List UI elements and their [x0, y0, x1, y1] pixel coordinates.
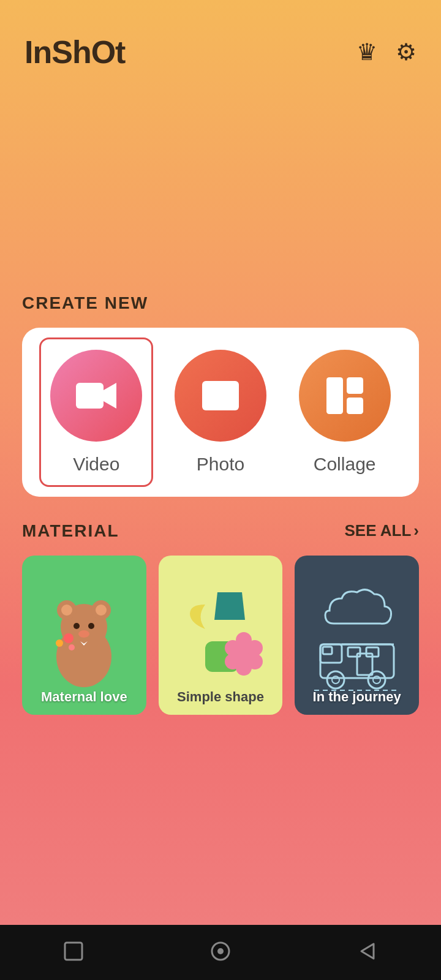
material-card-in-the-journey[interactable]: In the journey — [295, 556, 419, 715]
svg-point-28 — [247, 640, 263, 656]
svg-rect-6 — [347, 398, 363, 414]
material-cards: Maternal love — [22, 556, 419, 715]
svg-rect-41 — [65, 943, 82, 960]
svg-marker-20 — [214, 592, 245, 620]
svg-point-18 — [69, 644, 75, 650]
simple-shape-label: Simple shape — [159, 689, 283, 705]
in-the-journey-label: In the journey — [295, 689, 419, 705]
photo-label: Photo — [197, 454, 244, 475]
svg-rect-32 — [348, 647, 360, 657]
in-the-journey-illustration — [308, 577, 406, 693]
bottom-nav — [0, 925, 441, 980]
svg-point-3 — [211, 388, 217, 394]
video-icon — [74, 374, 118, 418]
svg-point-43 — [217, 948, 224, 954]
photo-icon — [198, 374, 243, 418]
svg-rect-5 — [347, 377, 363, 394]
see-all-button[interactable]: SEE ALL › — [345, 521, 420, 540]
create-collage-button[interactable]: Collage — [299, 350, 391, 475]
settings-icon[interactable]: ⚙ — [396, 39, 417, 66]
collage-label: Collage — [314, 454, 376, 475]
collage-icon — [323, 374, 367, 418]
material-card-maternal-love[interactable]: Maternal love — [22, 556, 146, 715]
svg-rect-0 — [76, 383, 104, 409]
svg-point-13 — [74, 623, 80, 629]
collage-icon-circle — [299, 350, 391, 442]
maternal-love-label: Maternal love — [22, 689, 146, 705]
svg-marker-1 — [104, 383, 116, 409]
material-card-simple-shape[interactable]: Simple shape — [159, 556, 283, 715]
svg-rect-4 — [326, 377, 343, 414]
create-photo-button[interactable]: Photo — [175, 350, 266, 475]
svg-point-12 — [96, 605, 107, 616]
svg-point-16 — [64, 633, 74, 643]
material-label: MATERIAL — [22, 521, 119, 541]
crown-icon[interactable]: ♛ — [356, 39, 377, 66]
svg-point-17 — [56, 639, 63, 647]
video-icon-circle — [50, 350, 142, 442]
svg-point-10 — [61, 605, 72, 616]
svg-marker-44 — [361, 944, 374, 959]
app-title: InShOt — [24, 34, 125, 70]
svg-point-34 — [327, 671, 344, 688]
svg-point-36 — [368, 671, 385, 688]
svg-point-15 — [78, 630, 89, 638]
nav-square-icon[interactable] — [60, 938, 87, 967]
svg-point-14 — [88, 623, 94, 629]
nav-home-icon[interactable] — [207, 938, 234, 967]
create-new-label: CREATE NEW — [22, 293, 419, 313]
nav-back-icon[interactable] — [354, 938, 381, 967]
photo-icon-circle — [175, 350, 266, 442]
svg-rect-31 — [323, 647, 332, 654]
create-new-card: Video Photo — [22, 328, 419, 497]
create-video-button[interactable]: Video — [50, 350, 142, 475]
maternal-love-illustration — [35, 577, 133, 693]
simple-shape-illustration — [172, 577, 270, 693]
video-label: Video — [73, 454, 119, 475]
